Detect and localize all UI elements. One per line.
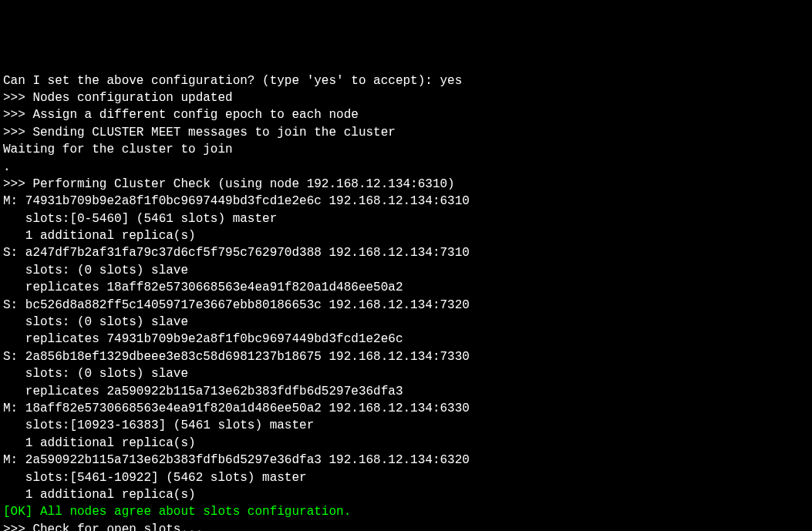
terminal-line: S: a247df7b2af31fa79c37d6cf5f795c762970d…	[3, 244, 809, 261]
terminal-line: Waiting for the cluster to join	[3, 141, 809, 158]
terminal-line: >>> Check for open slots...	[3, 521, 809, 531]
terminal-line: S: 2a856b18ef1329dbeee3e83c58d6981237b18…	[3, 348, 809, 365]
terminal-line: .	[3, 159, 809, 176]
terminal-line: slots:[10923-16383] (5461 slots) master	[3, 417, 809, 434]
terminal-line: >>> Assign a different config epoch to e…	[3, 106, 809, 123]
terminal-line: 1 additional replica(s)	[3, 227, 809, 244]
terminal-line: slots: (0 slots) slave	[3, 365, 809, 382]
terminal-line: slots: (0 slots) slave	[3, 262, 809, 279]
terminal-output: Can I set the above configuration? (type…	[3, 72, 809, 531]
terminal-line: M: 74931b709b9e2a8f1f0bc9697449bd3fcd1e2…	[3, 193, 809, 210]
terminal-line: replicates 74931b709b9e2a8f1f0bc9697449b…	[3, 331, 809, 348]
terminal-line: M: 18aff82e5730668563e4ea91f820a1d486ee5…	[3, 400, 809, 417]
terminal-line: S: bc526d8a882ff5c14059717e3667ebb801866…	[3, 297, 809, 314]
terminal-line: slots: (0 slots) slave	[3, 314, 809, 331]
terminal-line: >>> Performing Cluster Check (using node…	[3, 176, 809, 193]
terminal-line: replicates 2a590922b115a713e62b383fdfb6d…	[3, 383, 809, 400]
terminal-line: >>> Nodes configuration updated	[3, 89, 809, 106]
terminal-line: Can I set the above configuration? (type…	[3, 72, 809, 89]
terminal-line: 1 additional replica(s)	[3, 486, 809, 503]
terminal-line: 1 additional replica(s)	[3, 435, 809, 452]
terminal-line: >>> Sending CLUSTER MEET messages to joi…	[3, 124, 809, 141]
terminal-line: slots:[5461-10922] (5462 slots) master	[3, 469, 809, 486]
terminal-line: slots:[0-5460] (5461 slots) master	[3, 210, 809, 227]
terminal-line: M: 2a590922b115a713e62b383fdfb6d5297e36d…	[3, 452, 809, 469]
terminal-line: replicates 18aff82e5730668563e4ea91f820a…	[3, 279, 809, 296]
terminal-line: [OK] All nodes agree about slots configu…	[3, 503, 809, 520]
